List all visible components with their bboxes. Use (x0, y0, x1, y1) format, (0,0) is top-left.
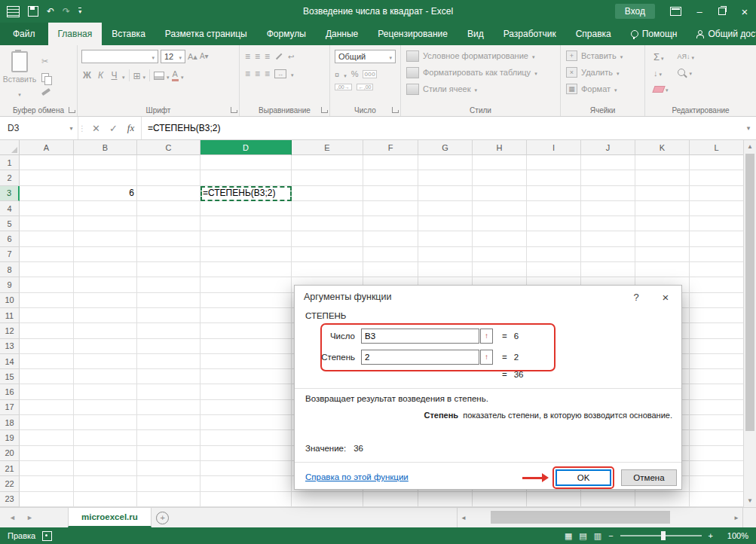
cell-B22[interactable] (74, 476, 137, 491)
cell-D21[interactable] (200, 461, 292, 476)
increase-decimal-icon[interactable]: ,00→ (335, 84, 352, 90)
cell-B17[interactable] (74, 400, 137, 415)
cell-B16[interactable] (74, 384, 137, 399)
cell-C14[interactable] (137, 354, 200, 369)
cell-K5[interactable] (635, 216, 690, 231)
cell-G5[interactable] (418, 216, 473, 231)
column-header-J[interactable]: J (581, 140, 635, 155)
cell-C12[interactable] (137, 323, 200, 338)
cell-I8[interactable] (527, 262, 581, 277)
copy-icon[interactable] (41, 73, 49, 82)
cell-D22[interactable] (200, 476, 292, 491)
cell-C7[interactable] (137, 247, 200, 262)
row-header-23[interactable]: 23 (0, 492, 20, 507)
cell-F1[interactable] (363, 155, 418, 170)
cell-D23[interactable] (200, 492, 292, 507)
cell-styles-button[interactable]: Стили ячеек (403, 81, 558, 97)
cell-C8[interactable] (137, 262, 200, 277)
zoom-level[interactable]: 100% (720, 531, 748, 540)
insert-cells-button[interactable]: + Вставить (563, 47, 642, 64)
save-icon[interactable] (28, 6, 38, 17)
scroll-up-icon[interactable] (744, 140, 756, 153)
zoom-slider-thumb[interactable] (661, 531, 666, 540)
cell-L22[interactable] (690, 476, 743, 491)
bold-icon[interactable]: Ж (81, 70, 93, 81)
fill-button[interactable] (653, 68, 669, 78)
arg-input-number[interactable] (361, 329, 479, 344)
cell-A4[interactable] (20, 201, 74, 216)
cell-D15[interactable] (200, 369, 292, 384)
tab-вставка[interactable]: Вставка (102, 23, 155, 45)
cancel-button[interactable]: Отмена (621, 469, 677, 486)
cell-F2[interactable] (363, 170, 418, 185)
cell-I1[interactable] (527, 155, 581, 170)
cell-H6[interactable] (473, 231, 527, 246)
cell-A16[interactable] (20, 384, 74, 399)
cell-B15[interactable] (74, 369, 137, 384)
horizontal-scroll-thumb[interactable] (491, 511, 670, 524)
cell-F7[interactable] (363, 247, 418, 262)
cell-D5[interactable] (200, 216, 292, 231)
cell-A21[interactable] (20, 461, 74, 476)
font-color-dropdown-icon[interactable] (181, 69, 184, 82)
cell-B19[interactable] (74, 430, 137, 445)
cell-D7[interactable] (200, 247, 292, 262)
ok-button[interactable]: OK (556, 469, 611, 486)
alignment-dialog-launcher[interactable] (321, 107, 327, 113)
cell-F3[interactable] (363, 186, 418, 201)
format-painter-icon[interactable] (41, 88, 51, 96)
row-header-1[interactable]: 1 (0, 155, 20, 170)
cell-D3[interactable]: =СТЕПЕНЬ(B3;2) (200, 186, 292, 201)
cell-G4[interactable] (418, 201, 473, 216)
cell-A11[interactable] (20, 308, 74, 323)
minimize-button[interactable]: – (688, 0, 711, 23)
cell-B2[interactable] (74, 170, 137, 185)
cell-B12[interactable] (74, 323, 137, 338)
align-left-icon[interactable] (245, 69, 250, 79)
cell-D12[interactable] (200, 323, 292, 338)
cell-H5[interactable] (473, 216, 527, 231)
cell-J8[interactable] (581, 262, 635, 277)
cell-E8[interactable] (292, 262, 363, 277)
align-right-icon[interactable] (265, 69, 270, 79)
cell-L23[interactable] (690, 492, 743, 507)
cell-A13[interactable] (20, 339, 74, 354)
cell-L9[interactable] (690, 277, 743, 292)
tab-общий-доступ[interactable]: Общий доступ (687, 23, 756, 45)
font-dialog-launcher[interactable] (231, 107, 237, 113)
page-break-view-icon[interactable] (594, 531, 601, 541)
column-header-K[interactable]: K (635, 140, 690, 155)
cell-I7[interactable] (527, 247, 581, 262)
cell-A9[interactable] (20, 277, 74, 292)
tab-разработчик[interactable]: Разработчик (494, 23, 566, 45)
cell-E7[interactable] (292, 247, 363, 262)
cell-K6[interactable] (635, 231, 690, 246)
cell-L5[interactable] (690, 216, 743, 231)
cell-A17[interactable] (20, 400, 74, 415)
arg-input-power[interactable] (361, 350, 479, 365)
cell-C3[interactable] (137, 186, 200, 201)
cell-A23[interactable] (20, 492, 74, 507)
cell-K8[interactable] (635, 262, 690, 277)
cell-G8[interactable] (418, 262, 473, 277)
format-cells-button[interactable]: ▦ Формат (563, 81, 642, 97)
cell-B21[interactable] (74, 461, 137, 476)
cell-D18[interactable] (200, 415, 292, 430)
cell-I23[interactable] (527, 492, 581, 507)
font-color-icon[interactable]: А (172, 69, 179, 81)
cell-A2[interactable] (20, 170, 74, 185)
cell-C13[interactable] (137, 339, 200, 354)
cell-B7[interactable] (74, 247, 137, 262)
percent-style-icon[interactable]: % (351, 69, 359, 78)
zoom-slider[interactable] (620, 535, 702, 536)
normal-view-icon[interactable] (565, 531, 572, 541)
tab-рецензирование[interactable]: Рецензирование (368, 23, 458, 45)
cell-A15[interactable] (20, 369, 74, 384)
cell-B14[interactable] (74, 354, 137, 369)
vertical-scroll-thumb[interactable] (745, 154, 754, 431)
row-header-10[interactable]: 10 (0, 293, 20, 308)
ribbon-display-options-icon[interactable] (666, 0, 688, 23)
page-layout-view-icon[interactable] (579, 531, 586, 541)
cell-B10[interactable] (74, 293, 137, 308)
align-middle-icon[interactable] (255, 51, 260, 62)
